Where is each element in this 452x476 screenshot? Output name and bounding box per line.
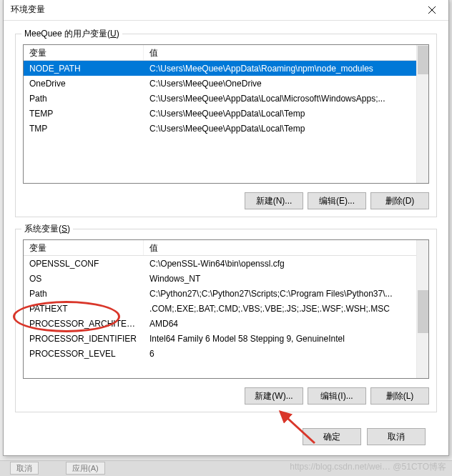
scrollbar[interactable] [416, 45, 428, 183]
var-name: TEMP [24, 107, 144, 120]
var-value: C:\Users\MeeQuee\AppData\Local\Temp [144, 107, 428, 120]
var-value: Windows_NT [144, 272, 428, 285]
var-value: C:\Python27\;C:\Python27\Scripts;C:\Prog… [144, 287, 428, 300]
var-name: PROCESSOR_IDENTIFIER [24, 332, 144, 345]
env-vars-dialog: 环境变量 MeeQuee 的用户变量(U) 变量 值 NODE_PATHC:\U… [3, 0, 449, 456]
user-vars-body: NODE_PATHC:\Users\MeeQuee\AppData\Roamin… [24, 61, 428, 136]
table-row[interactable]: PROCESSOR_IDENTIFIERIntel64 Family 6 Mod… [24, 331, 428, 346]
var-name: PROCESSOR_ARCHITECT... [24, 317, 144, 330]
new-sys-var-button[interactable]: 新建(W)... [245, 387, 303, 405]
col-variable[interactable]: 变量 [24, 240, 144, 255]
var-value: 6 [144, 347, 428, 360]
bg-cancel-button: 取消 [10, 462, 39, 475]
table-header: 变量 值 [24, 45, 428, 61]
table-row[interactable]: TEMPC:\Users\MeeQuee\AppData\Local\Temp [24, 106, 428, 121]
delete-user-var-button[interactable]: 删除(D) [370, 192, 429, 209]
var-value: C:\Users\MeeQuee\AppData\Local\Temp [144, 122, 428, 135]
edit-user-var-button[interactable]: 编辑(E)... [308, 192, 366, 209]
col-variable[interactable]: 变量 [24, 45, 144, 60]
table-row[interactable]: PathC:\Python27\;C:\Python27\Scripts;C:\… [24, 286, 428, 301]
bg-apply-button: 应用(A) [66, 462, 105, 475]
table-row[interactable]: OneDriveC:\Users\MeeQuee\OneDrive [24, 76, 428, 91]
table-row[interactable]: PROCESSOR_ARCHITECT...AMD64 [24, 316, 428, 331]
close-button[interactable] [416, 0, 448, 21]
dialog-buttons: 确定 取消 [15, 424, 437, 445]
user-vars-label: MeeQuee 的用户变量(U) [21, 28, 122, 40]
edit-sys-var-button[interactable]: 编辑(I)... [308, 387, 366, 405]
scrollbar-thumb[interactable] [418, 290, 428, 333]
system-vars-group: 系统变量(S) 变量 值 OPENSSL_CONFC:\OpenSSL-Win6… [15, 229, 437, 412]
var-value: Intel64 Family 6 Model 58 Stepping 9, Ge… [144, 332, 428, 345]
dialog-title: 环境变量 [11, 4, 45, 16]
table-row[interactable]: PATHEXT.COM;.EXE;.BAT;.CMD;.VBS;.VBE;.JS… [24, 301, 428, 316]
var-name: Path [24, 92, 144, 105]
titlebar: 环境变量 [4, 0, 448, 21]
table-row[interactable]: PROCESSOR_LEVEL6 [24, 346, 428, 361]
scrollbar-thumb[interactable] [418, 46, 428, 74]
var-name: NODE_PATH [24, 62, 144, 75]
var-value: C:\OpenSSL-Win64\bin\openssl.cfg [144, 257, 428, 270]
var-value: C:\Users\MeeQuee\OneDrive [144, 77, 428, 90]
var-name: TMP [24, 122, 144, 135]
table-row[interactable]: PathC:\Users\MeeQuee\AppData\Local\Micro… [24, 91, 428, 106]
col-value[interactable]: 值 [144, 45, 428, 60]
var-name: PROCESSOR_LEVEL [24, 347, 144, 360]
user-button-row: 新建(N)... 编辑(E)... 删除(D) [23, 192, 429, 209]
scrollbar[interactable] [416, 240, 428, 378]
system-vars-table[interactable]: 变量 值 OPENSSL_CONFC:\OpenSSL-Win64\bin\op… [23, 239, 429, 379]
var-name: OPENSSL_CONF [24, 257, 144, 270]
col-value[interactable]: 值 [144, 240, 428, 255]
dialog-content: MeeQuee 的用户变量(U) 变量 值 NODE_PATHC:\Users\… [4, 21, 448, 454]
table-row[interactable]: NODE_PATHC:\Users\MeeQuee\AppData\Roamin… [24, 61, 428, 76]
table-row[interactable]: TMPC:\Users\MeeQuee\AppData\Local\Temp [24, 121, 428, 136]
var-name: OS [24, 272, 144, 285]
system-button-row: 新建(W)... 编辑(I)... 删除(L) [23, 387, 429, 405]
cancel-button[interactable]: 取消 [367, 428, 426, 445]
system-vars-label: 系统变量(S) [21, 223, 73, 235]
table-header: 变量 值 [24, 240, 428, 256]
var-value: C:\Users\MeeQuee\AppData\Local\Microsoft… [144, 92, 428, 105]
table-row[interactable]: OSWindows_NT [24, 271, 428, 286]
system-vars-body: OPENSSL_CONFC:\OpenSSL-Win64\bin\openssl… [24, 256, 428, 361]
var-name: PATHEXT [24, 302, 144, 315]
var-value: C:\Users\MeeQuee\AppData\Roaming\npm\nod… [144, 62, 428, 75]
var-value: AMD64 [144, 317, 428, 330]
var-name: OneDrive [24, 77, 144, 90]
user-vars-table[interactable]: 变量 值 NODE_PATHC:\Users\MeeQuee\AppData\R… [23, 44, 429, 184]
close-icon [428, 6, 436, 14]
new-user-var-button[interactable]: 新建(N)... [245, 192, 303, 209]
table-row[interactable]: OPENSSL_CONFC:\OpenSSL-Win64\bin\openssl… [24, 256, 428, 271]
ok-button[interactable]: 确定 [303, 428, 361, 445]
var-name: Path [24, 287, 144, 300]
user-vars-group: MeeQuee 的用户变量(U) 变量 值 NODE_PATHC:\Users\… [15, 34, 437, 217]
delete-sys-var-button[interactable]: 删除(L) [370, 387, 429, 405]
var-value: .COM;.EXE;.BAT;.CMD;.VBS;.VBE;.JS;.JSE;.… [144, 302, 428, 315]
